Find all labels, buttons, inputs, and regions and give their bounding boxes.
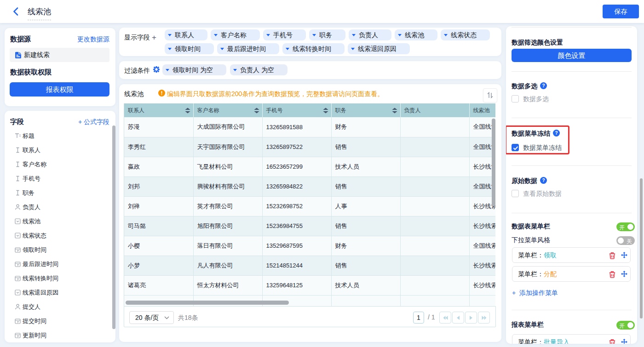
svg-text:?: ?: [542, 83, 545, 88]
svg-text:?: ?: [555, 131, 558, 136]
svg-text:?: ?: [542, 178, 545, 183]
